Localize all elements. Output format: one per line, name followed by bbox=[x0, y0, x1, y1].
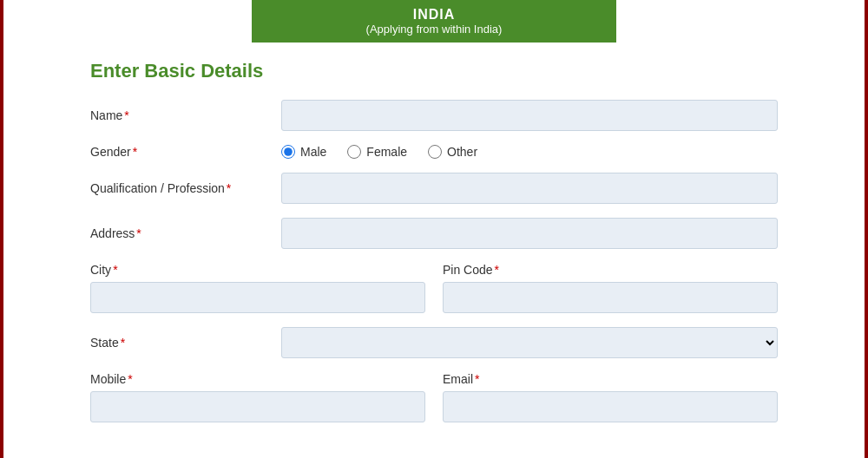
pincode-item: Pin Code* bbox=[443, 263, 778, 313]
gender-male-label: Male bbox=[300, 145, 326, 159]
pincode-label: Pin Code* bbox=[443, 263, 778, 277]
gender-other-option[interactable]: Other bbox=[428, 145, 477, 159]
qualification-label: Qualification / Profession* bbox=[90, 181, 281, 195]
section-title: Enter Basic Details bbox=[90, 60, 778, 82]
address-input[interactable] bbox=[281, 218, 778, 249]
gender-male-option[interactable]: Male bbox=[281, 145, 326, 159]
address-row: Address* bbox=[90, 218, 778, 249]
address-label: Address* bbox=[90, 226, 281, 240]
name-input[interactable] bbox=[281, 100, 778, 131]
gender-female-radio[interactable] bbox=[347, 145, 361, 159]
gender-other-label: Other bbox=[447, 145, 477, 159]
city-item: City* bbox=[90, 263, 425, 313]
email-input[interactable] bbox=[443, 391, 778, 422]
mobile-item: Mobile* bbox=[90, 372, 425, 422]
mobile-label: Mobile* bbox=[90, 372, 425, 386]
form-section: Enter Basic Details Name* Gender* Male F… bbox=[3, 43, 865, 440]
india-subtitle: (Applying from within India) bbox=[269, 23, 599, 36]
gender-other-radio[interactable] bbox=[428, 145, 442, 159]
email-item: Email* bbox=[443, 372, 778, 422]
state-row: State* Andhra Pradesh Arunachal Pradesh … bbox=[90, 327, 778, 358]
gender-label: Gender* bbox=[90, 145, 281, 159]
city-label: City* bbox=[90, 263, 425, 277]
state-select[interactable]: Andhra Pradesh Arunachal Pradesh Assam B… bbox=[281, 327, 778, 358]
gender-female-option[interactable]: Female bbox=[347, 145, 407, 159]
india-title: INDIA bbox=[269, 7, 599, 23]
email-label: Email* bbox=[443, 372, 778, 386]
pincode-input[interactable] bbox=[443, 282, 778, 313]
page-container: INDIA (Applying from within India) Enter… bbox=[0, 0, 868, 458]
state-label: State* bbox=[90, 336, 281, 350]
name-label: Name* bbox=[90, 108, 281, 122]
india-banner: INDIA (Applying from within India) bbox=[252, 0, 616, 43]
name-row: Name* bbox=[90, 100, 778, 131]
mobile-input[interactable] bbox=[90, 391, 425, 422]
qualification-row: Qualification / Profession* bbox=[90, 173, 778, 204]
city-input[interactable] bbox=[90, 282, 425, 313]
gender-female-label: Female bbox=[366, 145, 407, 159]
gender-male-radio[interactable] bbox=[281, 145, 295, 159]
qualification-input[interactable] bbox=[281, 173, 778, 204]
gender-options: Male Female Other bbox=[281, 145, 778, 159]
gender-row: Gender* Male Female Other bbox=[90, 145, 778, 159]
mobile-email-row: Mobile* Email* bbox=[90, 372, 778, 422]
city-pincode-row: City* Pin Code* bbox=[90, 263, 778, 313]
